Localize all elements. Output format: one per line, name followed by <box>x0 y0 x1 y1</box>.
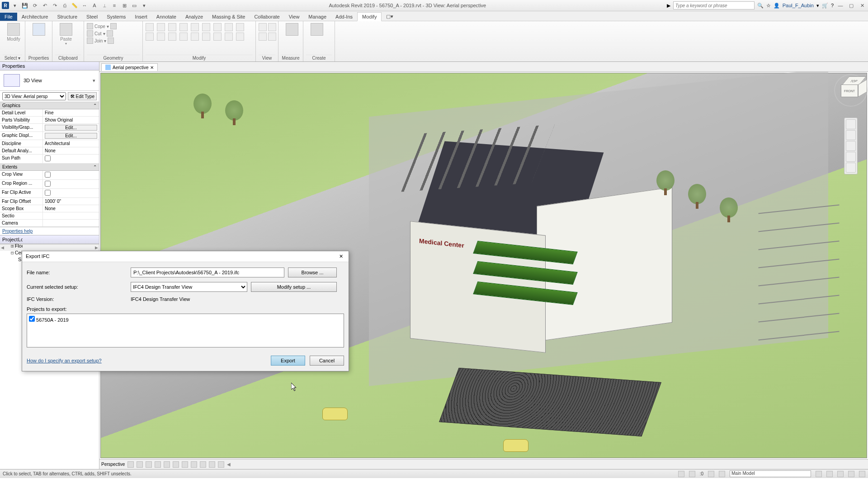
search-go-icon[interactable]: 🔍 <box>757 3 764 9</box>
signin-icon[interactable]: 👤 <box>774 3 780 9</box>
align-icon[interactable] <box>146 23 154 31</box>
prop-cropregion-check[interactable] <box>45 181 51 187</box>
dimension-icon[interactable]: ⟂ <box>100 1 108 9</box>
viewcube-front[interactable]: FRONT <box>841 84 858 97</box>
tab-architecture[interactable]: Architecture <box>17 13 53 21</box>
shadows-icon[interactable] <box>155 461 161 468</box>
measure-icon[interactable]: 📏 <box>71 1 79 9</box>
measure-button[interactable] <box>281 23 303 37</box>
project-item[interactable]: 56750A - 2019 <box>29 317 69 323</box>
workset-dropdown[interactable]: Main Model <box>730 470 811 477</box>
split-icon[interactable] <box>225 23 233 31</box>
search-input[interactable] <box>673 1 755 9</box>
tab-addins[interactable]: Add-Ins <box>331 13 357 21</box>
close-icon[interactable]: ✕ <box>858 1 866 9</box>
tab-collaborate[interactable]: Collaborate <box>250 13 284 21</box>
select-pinned-icon[interactable] <box>837 471 844 477</box>
drag-icon[interactable] <box>848 471 854 477</box>
crop-icon[interactable] <box>173 461 179 468</box>
prop-discipline-v[interactable]: Architectural <box>43 140 99 147</box>
rendering-icon[interactable] <box>164 461 170 468</box>
redo-icon[interactable]: ↷ <box>51 1 59 9</box>
workset-icon[interactable] <box>719 471 725 477</box>
tab-analyze[interactable]: Analyze <box>181 13 208 21</box>
array-icon[interactable] <box>236 23 244 31</box>
unlock-3d-icon[interactable] <box>191 461 197 468</box>
close-views-icon[interactable]: ⊞ <box>120 1 128 9</box>
viewcube[interactable]: TOP FRONT <box>837 76 864 101</box>
prop-farclipoff-v[interactable]: 1000' 0" <box>43 198 99 205</box>
text-icon[interactable]: A <box>90 1 99 9</box>
group-icon[interactable] <box>236 33 244 41</box>
tab-massing[interactable]: Massing & Site <box>208 13 250 21</box>
sun-path-icon[interactable] <box>146 461 152 468</box>
steering-wheel-icon[interactable] <box>846 119 856 129</box>
zoom-icon[interactable] <box>846 141 856 151</box>
project-tree[interactable]: Lower Level ⊞Floor Plans (Presentation) … <box>0 235 23 263</box>
open-icon[interactable]: ▾ <box>11 1 19 9</box>
help-link[interactable]: How do I specify an export setup? <box>27 358 102 363</box>
tab-structure[interactable]: Structure <box>52 13 82 21</box>
mirror-axis-icon[interactable] <box>168 23 176 31</box>
prop-detail-level-v[interactable]: Fine <box>43 109 99 116</box>
instance-selector[interactable]: 3D View: Aerial persp <box>2 92 66 100</box>
view-tab-close-icon[interactable]: ✕ <box>150 65 154 70</box>
group-extents[interactable]: Extents⌃ <box>0 164 99 171</box>
scale-label[interactable]: Perspective <box>101 462 125 467</box>
export-button[interactable]: Export <box>271 356 305 366</box>
projects-list[interactable]: 56750A - 2019 <box>27 314 344 347</box>
browse-button[interactable]: Browse ... <box>288 267 337 277</box>
tab-systems[interactable]: Systems <box>102 13 130 21</box>
paste-button[interactable]: Paste▾ <box>55 23 77 46</box>
print-icon[interactable]: ⎙ <box>61 1 69 9</box>
tab-insert[interactable]: Insert <box>130 13 152 21</box>
modify-tool-button[interactable]: Modify <box>3 23 24 42</box>
switch-window-icon[interactable]: ▭ <box>130 1 138 9</box>
project-item-check[interactable] <box>29 316 35 322</box>
look-icon[interactable] <box>846 163 856 173</box>
reveal-hidden-icon[interactable] <box>209 461 215 468</box>
prop-visgraph-edit[interactable]: Edit... <box>45 125 97 131</box>
group-graphics[interactable]: Graphics⌃ <box>0 102 99 109</box>
design-options-icon[interactable] <box>816 471 822 477</box>
user-name[interactable]: Paul_F_Aubin <box>783 3 814 8</box>
prop-farclipact-check[interactable] <box>45 190 51 196</box>
prop-defanaly-v[interactable]: None <box>43 147 99 154</box>
setup-select[interactable]: IFC4 Design Transfer View <box>131 282 247 292</box>
detail-level-icon[interactable] <box>127 461 134 468</box>
dialog-close-icon[interactable]: ✕ <box>337 253 345 259</box>
select-links-icon[interactable] <box>678 471 684 477</box>
scale-icon[interactable] <box>157 33 165 41</box>
pin-icon[interactable] <box>168 33 176 41</box>
select-underlay-icon[interactable] <box>689 471 695 477</box>
qat-dropdown-icon[interactable]: ▾ <box>140 1 148 9</box>
help-icon[interactable]: ? <box>831 3 834 8</box>
filter-icon[interactable] <box>826 471 833 477</box>
cancel-button[interactable]: Cancel <box>310 356 344 366</box>
comm-icon[interactable]: ☆ <box>766 3 771 9</box>
thin-lines-icon[interactable]: ≡ <box>110 1 118 9</box>
move-icon[interactable] <box>179 23 188 31</box>
offset-icon[interactable] <box>157 23 165 31</box>
temp-hide-icon[interactable] <box>200 461 206 468</box>
tab-steel[interactable]: Steel <box>82 13 102 21</box>
rotate-icon[interactable] <box>202 23 210 31</box>
modify-setup-button[interactable]: Modify setup ... <box>251 282 337 292</box>
tab-view[interactable]: View <box>284 13 304 21</box>
tab-modify[interactable]: Modify <box>357 12 382 21</box>
unpin-icon[interactable] <box>179 33 188 41</box>
cope-button[interactable]: Cope ▾ <box>87 23 140 29</box>
sync-icon[interactable]: ⟳ <box>31 1 39 9</box>
show-crop-icon[interactable] <box>182 461 188 468</box>
hide-icon[interactable] <box>259 23 267 31</box>
face-select-icon[interactable] <box>859 471 865 477</box>
visual-style-icon[interactable] <box>137 461 143 468</box>
properties-help-link[interactable]: Properties help <box>0 227 99 235</box>
gap-icon[interactable] <box>225 33 233 41</box>
editable-only-icon[interactable] <box>708 471 714 477</box>
join-button[interactable]: Join ▾ <box>87 38 140 44</box>
prop-parts-vis-v[interactable]: Show Original <box>43 117 99 123</box>
tab-annotate[interactable]: Annotate <box>152 13 181 21</box>
prop-cropview-check[interactable] <box>45 172 51 178</box>
create-button[interactable] <box>306 23 328 37</box>
